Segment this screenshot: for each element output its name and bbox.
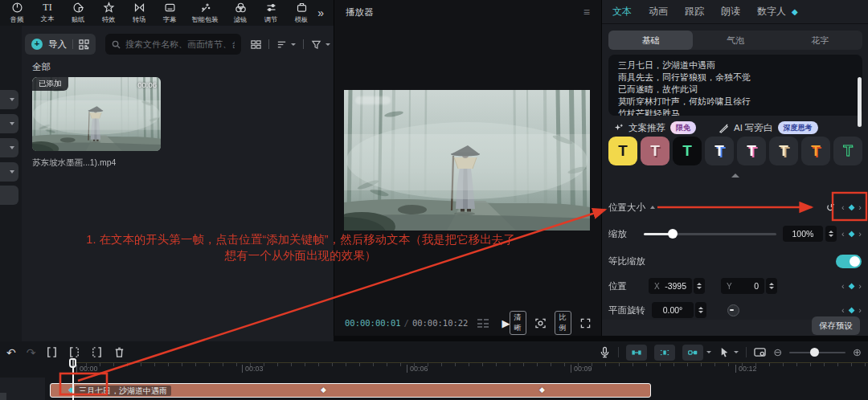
y-stepper[interactable] — [766, 278, 777, 294]
next-keyframe-button[interactable]: › — [858, 230, 862, 238]
toolbar-item-transition[interactable]: 转场 — [124, 0, 154, 26]
text-preset-tile[interactable]: T — [737, 137, 766, 165]
text-clip[interactable]: ◆ 三月七日，沙湖道中遇雨 ◆ ◆ — [50, 383, 651, 398]
position-x-field[interactable]: X -3995 — [649, 278, 692, 294]
subtab-bubble[interactable]: 气泡 — [693, 31, 777, 50]
save-preset-button[interactable]: 保存预设 — [812, 316, 860, 335]
position-y-field[interactable]: Y 0 — [721, 278, 764, 294]
split-icon[interactable] — [46, 346, 58, 358]
prev-keyframe-button[interactable]: ‹ — [841, 282, 845, 290]
rotation-dial[interactable] — [727, 304, 739, 316]
panel-scrollbar[interactable] — [858, 77, 862, 127]
add-keyframe-button[interactable]: ◆ — [849, 203, 855, 211]
toolbar-item-adjust[interactable]: 调节 — [256, 0, 286, 26]
slider-handle[interactable] — [810, 348, 819, 357]
copy-suggest-button[interactable]: 文案推荐 — [628, 122, 665, 134]
delete-icon[interactable] — [113, 346, 125, 358]
category-pill[interactable] — [0, 90, 18, 109]
link-clips-icon[interactable] — [682, 345, 703, 361]
category-pill[interactable] — [0, 186, 18, 205]
auto-link-icon[interactable] — [654, 345, 675, 361]
prev-keyframe-button[interactable]: ‹ — [841, 306, 845, 314]
zoom-out-icon[interactable]: ⊖ — [773, 347, 782, 357]
tab-readaloud[interactable]: 朗读 — [721, 5, 740, 18]
rotation-value-field[interactable]: 0.00° — [652, 302, 694, 318]
text-preset-tile[interactable]: T — [769, 137, 798, 165]
next-keyframe-button[interactable]: › — [858, 282, 862, 290]
collapse-presets-icon[interactable] — [731, 173, 739, 178]
text-preset-tile[interactable]: T — [801, 137, 830, 165]
preview-axis-icon[interactable] — [754, 346, 766, 358]
reset-icon[interactable]: ↺ — [826, 202, 835, 214]
next-keyframe-button[interactable]: › — [858, 203, 862, 211]
trim-left-icon[interactable] — [68, 346, 80, 358]
search-input[interactable] — [125, 39, 235, 49]
category-pill[interactable] — [0, 114, 18, 133]
filter-funnel-icon[interactable] — [311, 39, 321, 50]
toolbar-item-smart-package[interactable]: 智能包装 — [185, 0, 225, 26]
ai-narration-button[interactable]: AI 写旁白 — [734, 122, 773, 134]
toolbar-item-effects[interactable]: 特效 — [93, 0, 124, 26]
scale-slider[interactable] — [644, 229, 776, 239]
rotation-stepper[interactable] — [695, 302, 706, 318]
media-section-all[interactable]: 全部 — [32, 61, 51, 73]
category-pill[interactable] — [0, 138, 18, 157]
record-voiceover-icon[interactable] — [599, 346, 611, 358]
sort-icon[interactable] — [276, 39, 287, 50]
subtab-fancy-text[interactable]: 花字 — [778, 31, 862, 50]
timeline-zoom-slider[interactable] — [789, 348, 845, 357]
toolbar-item-sticker[interactable]: 贴纸 — [63, 0, 93, 26]
next-keyframe-button[interactable]: › — [858, 306, 862, 314]
scale-value-field[interactable]: 100% — [783, 226, 823, 242]
toolbar-item-text[interactable]: TI 文本 — [32, 0, 63, 26]
tab-animation[interactable]: 动画 — [649, 5, 668, 18]
category-pill[interactable] — [0, 162, 18, 182]
slider-handle[interactable] — [668, 229, 678, 239]
fullscreen-icon[interactable] — [580, 318, 591, 329]
video-preview[interactable] — [344, 90, 590, 231]
redo-button[interactable]: ↷ — [27, 346, 36, 359]
toolbar-item-template[interactable]: 模板 — [286, 0, 317, 26]
text-preset-tile[interactable]: T — [608, 137, 637, 165]
scale-stepper[interactable] — [825, 226, 837, 242]
play-button[interactable]: ▶ — [502, 317, 510, 329]
tab-digital-human[interactable]: 数字人 — [757, 5, 786, 18]
preview-focus-icon[interactable] — [535, 318, 546, 329]
toolbar-more-button[interactable]: » — [317, 6, 332, 19]
keyframe-diamond[interactable]: ◆ — [539, 386, 545, 394]
chevron-down-icon[interactable] — [706, 351, 711, 353]
add-keyframe-button[interactable]: ◆ — [849, 306, 855, 314]
x-stepper[interactable] — [694, 278, 705, 294]
undo-button[interactable]: ↶ — [6, 346, 16, 359]
player-menu-icon[interactable]: ≡ — [583, 6, 590, 18]
prev-keyframe-button[interactable]: ‹ — [841, 230, 845, 238]
ratio-button[interactable]: 比例 — [555, 311, 571, 335]
text-preset-tile[interactable]: T — [833, 137, 862, 165]
grid-view-icon[interactable] — [251, 39, 261, 50]
mirror-preview-icon[interactable] — [477, 319, 489, 328]
media-clip-thumbnail[interactable]: 已添加 00:06 — [32, 77, 161, 151]
cursor-select-icon[interactable] — [719, 346, 731, 358]
tab-text[interactable]: 文本 — [612, 5, 632, 18]
text-preset-tile[interactable]: T — [673, 137, 702, 165]
text-preset-tile[interactable]: T — [705, 137, 734, 165]
prev-keyframe-button[interactable]: ‹ — [841, 203, 845, 211]
qr-import-icon[interactable] — [79, 39, 89, 50]
toolbar-item-filter[interactable]: 滤镜 — [225, 0, 256, 26]
toolbar-item-caption[interactable]: 字幕 — [154, 0, 185, 26]
add-keyframe-button[interactable]: ◆ — [849, 230, 855, 238]
text-preset-tile[interactable]: T — [641, 137, 669, 165]
trim-right-icon[interactable] — [91, 346, 103, 358]
playhead-handle[interactable] — [69, 358, 76, 368]
toolbar-item-audio[interactable]: 音频 — [2, 0, 32, 26]
zoom-in-icon[interactable]: ⊕ — [853, 347, 862, 357]
subtab-basic[interactable]: 基础 — [608, 31, 693, 50]
chevron-down-icon[interactable] — [734, 351, 739, 353]
collapse-section-icon[interactable] — [650, 206, 655, 209]
import-button[interactable]: 导入 — [48, 39, 67, 51]
add-keyframe-button[interactable]: ◆ — [849, 282, 855, 290]
tab-tracking[interactable]: 跟踪 — [685, 5, 704, 18]
quality-button[interactable]: 清晰 — [510, 311, 526, 335]
uniform-scale-toggle[interactable] — [836, 255, 862, 268]
magnet-snap-icon[interactable] — [626, 345, 647, 361]
